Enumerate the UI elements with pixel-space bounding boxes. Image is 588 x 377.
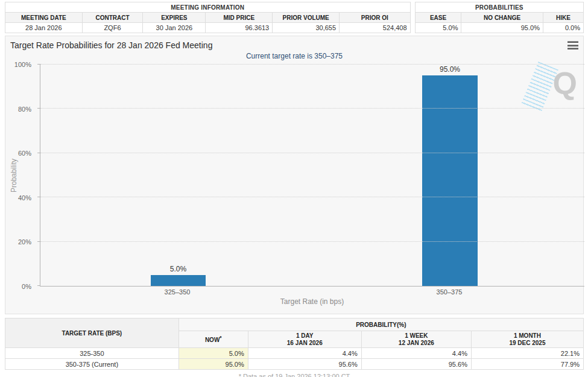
col-prior-volume: PRIOR VOLUME: [273, 13, 340, 23]
day-value: 4.4%: [248, 348, 361, 359]
ease-value: 5.0%: [415, 23, 461, 33]
one-week-label: 1 WEEK: [405, 332, 428, 339]
one-month-label: 1 MONTH: [514, 332, 541, 339]
history-row-325-350: 325-350 5.0% 4.4% 4.4% 22.1%: [5, 348, 584, 359]
y-axis-labels: 0%20%40%60%80%100%: [5, 65, 36, 287]
col-now: NOW*: [179, 331, 248, 348]
chart-title: Target Rate Probabilities for 28 Jan 202…: [10, 40, 212, 50]
meeting-info-data-row: 28 Jan 2026 ZQF6 30 Jan 2026 96.3613 30,…: [5, 23, 411, 33]
watermark-q-icon: Q: [553, 68, 577, 99]
y-tick-label: 60%: [18, 150, 31, 157]
row-label: 350-375 (Current): [5, 359, 179, 370]
data-as-of-note: * Data as of 19 Jan 2026 12:13:00 CT: [5, 373, 584, 377]
col-1-week: 1 WEEK 12 JAN 2026: [361, 331, 471, 348]
now-value: 95.0%: [179, 359, 248, 370]
y-tick-label: 20%: [18, 238, 31, 246]
month-value: 22.1%: [471, 348, 583, 359]
y-tick-label: 100%: [14, 61, 31, 68]
top-summary-tables: MEETING INFORMATION MEETING DATE CONTRAC…: [5, 2, 584, 33]
col-1-day: 1 DAY 16 JAN 2026: [248, 331, 361, 348]
probability-pct-header: PROBABILITY(%): [179, 318, 583, 331]
bar-value-label: 95.0%: [422, 65, 478, 74]
quikstrike-watermark: Q: [524, 66, 578, 105]
history-row-350-375: 350-375 (Current) 95.0% 95.6% 95.6% 77.9…: [5, 359, 584, 370]
probabilities-data-row: 5.0% 95.0% 0.0%: [415, 23, 583, 33]
meeting-date-value: 28 Jan 2026: [5, 23, 83, 33]
x-tick-350-375: 350–375: [437, 288, 463, 296]
prior-oi-value: 524,408: [340, 23, 411, 33]
now-label: NOW: [205, 337, 220, 343]
col-prior-oi: PRIOR OI: [340, 13, 411, 23]
fedwatch-page: MEETING INFORMATION MEETING DATE CONTRAC…: [0, 0, 588, 377]
y-tick-label: 80%: [18, 106, 31, 113]
week-value: 95.6%: [361, 359, 471, 370]
meeting-info-header-row: MEETING DATE CONTRACT EXPIRES MID PRICE …: [5, 13, 411, 23]
week-value: 4.4%: [361, 348, 471, 359]
chart-titlebar: Target Rate Probabilities for 28 Jan 202…: [5, 36, 583, 52]
col-ease: EASE: [415, 13, 461, 23]
history-group-header-row: TARGET RATE (BPS) PROBABILITY(%): [5, 318, 584, 331]
day-value: 95.6%: [248, 359, 361, 370]
x-axis-tick-labels: 325–350 350–375: [40, 287, 584, 297]
month-value: 77.9%: [471, 359, 583, 370]
col-contract: CONTRACT: [82, 13, 143, 23]
hike-value: 0.0%: [543, 23, 583, 33]
plot-area: Q 5.0% 95.0%: [40, 65, 584, 287]
mid-price-value: 96.3613: [206, 23, 273, 33]
one-week-date: 12 JAN 2026: [399, 340, 434, 346]
col-hike: HIKE: [543, 13, 583, 23]
col-no-change: NO CHANGE: [461, 13, 543, 23]
expires-value: 30 Jan 2026: [143, 23, 206, 33]
row-label: 325-350: [5, 348, 179, 359]
contract-value: ZQF6: [82, 23, 143, 33]
col-mid-price: MID PRICE: [206, 13, 273, 23]
one-month-date: 19 DEC 2025: [509, 340, 545, 346]
meeting-information-table: MEETING INFORMATION MEETING DATE CONTRAC…: [5, 2, 411, 33]
chart-subtitle: Current target rate is 350–375: [5, 52, 583, 63]
col-meeting-date: MEETING DATE: [5, 13, 83, 23]
now-asterisk: *: [220, 335, 221, 341]
col-expires: EXPIRES: [143, 13, 206, 23]
now-value: 5.0%: [179, 348, 248, 359]
col-1-month: 1 MONTH 19 DEC 2025: [471, 331, 583, 348]
y-tick-label: 0%: [22, 283, 31, 290]
meeting-info-title: MEETING INFORMATION: [5, 2, 411, 13]
bar-325-350[interactable]: 5.0%: [151, 275, 206, 286]
probabilities-summary-table: PROBABILITIES EASE NO CHANGE HIKE 5.0% 9…: [415, 2, 584, 33]
probabilities-title: PROBABILITIES: [415, 2, 583, 13]
bar-value-label: 5.0%: [151, 265, 206, 273]
hamburger-menu-icon[interactable]: [567, 40, 578, 49]
one-day-label: 1 DAY: [296, 332, 314, 339]
plot-wrap: Probability 0%20%40%60%80%100% Q 5.0% 95…: [40, 65, 584, 287]
chart-body: Probability 0%20%40%60%80%100% Q 5.0% 95…: [5, 65, 583, 308]
one-day-date: 16 JAN 2026: [287, 340, 323, 346]
target-rate-bps-header: TARGET RATE (BPS): [5, 318, 179, 348]
probabilities-header-row: EASE NO CHANGE HIKE: [415, 13, 583, 23]
probability-history-table: TARGET RATE (BPS) PROBABILITY(%) NOW* 1 …: [5, 318, 584, 370]
x-tick-325-350: 325–350: [165, 288, 191, 296]
x-axis-title: Target Rate (in bps): [40, 297, 584, 308]
probability-chart-widget: Target Rate Probabilities for 28 Jan 202…: [5, 36, 584, 314]
no-change-value: 95.0%: [461, 23, 543, 33]
bar-350-375[interactable]: 95.0%: [422, 75, 478, 286]
prior-volume-value: 30,655: [273, 23, 340, 33]
y-tick-label: 40%: [18, 194, 31, 201]
